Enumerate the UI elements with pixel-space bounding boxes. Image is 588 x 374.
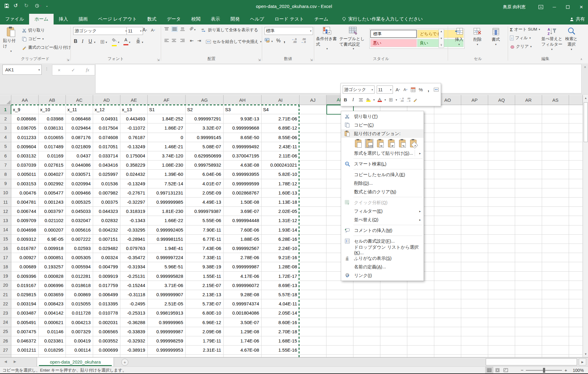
cell-AQ22[interactable] (488, 299, 515, 308)
cell-AE10[interactable]: -0.27671 (120, 188, 148, 198)
cell-AB2[interactable]: 0.03988 (39, 114, 66, 123)
cell-AJ7[interactable] (300, 161, 326, 170)
cell-AS2[interactable] (542, 114, 569, 123)
cell-AE12[interactable]: 0.318319 (120, 207, 148, 216)
cell-AB13[interactable]: 0.021102 (39, 216, 66, 225)
find-select-button[interactable]: 検索と 選択▾ (563, 27, 580, 51)
cell-AA19[interactable]: 0.009396 (11, 272, 39, 281)
cell-AR14[interactable] (515, 225, 542, 235)
increase-indent-button[interactable]: ⇥ (197, 38, 201, 43)
wrap-text-button[interactable]: ab 折り返して全体を表示する (202, 27, 258, 33)
row-header-9[interactable]: 9 (0, 179, 11, 188)
font-dialog-launcher[interactable]: ⇲ (157, 58, 160, 62)
scroll-right-icon[interactable]: ▶ (579, 358, 586, 365)
cell-AH10[interactable]: 0.002868767 (224, 188, 262, 198)
cell-AQ24[interactable] (488, 318, 515, 327)
cell-AO16[interactable] (434, 244, 461, 253)
cell-AC2[interactable]: 0.066468 (66, 114, 93, 123)
cell-AP7[interactable] (461, 161, 488, 170)
cell-AN23[interactable] (407, 308, 434, 318)
row-header-4[interactable]: 4 (0, 133, 11, 142)
row-header-20[interactable]: 20 (0, 281, 11, 290)
cell-AJ15[interactable] (300, 235, 326, 244)
cell-AQ2[interactable] (488, 114, 515, 123)
cell-AI19[interactable]: 1.72E-17 (262, 272, 300, 281)
cell-AH14[interactable]: 7.60E-06 (224, 225, 262, 235)
column-header-clipped[interactable] (569, 95, 583, 105)
column-header-AP[interactable]: AP (461, 95, 488, 105)
decrease-decimal-button[interactable]: .00→.0 (301, 38, 306, 43)
decrease-indent-button[interactable]: ⇤ (190, 38, 194, 43)
cell-AO28[interactable] (434, 355, 461, 357)
row-header-23[interactable]: 23 (0, 308, 11, 318)
cell-AE23[interactable]: -0.25313 (120, 308, 148, 318)
mini-borders-button[interactable]: ⊞ (388, 96, 394, 104)
cell-AQ3[interactable] (488, 123, 515, 133)
cell-x7[interactable] (569, 161, 583, 170)
cell-AS22[interactable] (542, 299, 569, 308)
orientation-button[interactable]: ab (188, 25, 194, 31)
column-header-AA[interactable]: AA (11, 95, 39, 105)
cell-AQ14[interactable] (488, 225, 515, 235)
cell-AJ4[interactable] (300, 133, 326, 142)
tab-描画[interactable]: 描画 (73, 14, 93, 25)
cell-AA15[interactable]: 0.009312 (11, 235, 39, 244)
cell-AJ16[interactable] (300, 244, 326, 253)
cell-AD18[interactable]: 0.004799 (93, 262, 120, 271)
cell-AD1[interactable]: x_12 (93, 105, 120, 114)
cell-AO17[interactable] (434, 253, 461, 262)
cell-AP2[interactable] (461, 114, 488, 123)
cell-AB27[interactable]: 0.018295 (39, 346, 66, 355)
cell-AD5[interactable]: 0.017051 (93, 142, 120, 151)
cell-AO18[interactable] (434, 262, 461, 271)
cell-AF16[interactable]: 1.94E-41 (148, 244, 186, 253)
cell-AS28[interactable] (542, 355, 569, 357)
cell-AR4[interactable] (515, 133, 542, 142)
cell-AO12[interactable] (434, 207, 461, 216)
cell-AL25[interactable] (353, 327, 380, 336)
cell-AA4[interactable]: 0.011233 (11, 133, 39, 142)
scroll-up-icon[interactable]: ▲ (583, 95, 588, 101)
cell-AS6[interactable] (542, 151, 569, 161)
cell-AB16[interactable]: 0.009918 (39, 244, 66, 253)
bold-button[interactable]: B (74, 39, 77, 44)
cell-AF11[interactable]: 0.999999985 (148, 198, 186, 207)
cell-AA3[interactable]: 0.036705 (11, 123, 39, 133)
cell-AH26[interactable]: 1.74E-06 (224, 336, 262, 346)
mini-borders-dropdown[interactable]: ▾ (396, 98, 397, 101)
cell-AA7[interactable]: 0.037039 (11, 161, 39, 170)
cell-AI14[interactable]: 1.93E-14 (262, 225, 300, 235)
cell-AP28[interactable] (461, 355, 488, 357)
mini-font-size-combo[interactable]: 11▾ (377, 85, 393, 94)
cell-AO20[interactable] (434, 281, 461, 290)
cell-AA28[interactable]: 0.003231 (11, 355, 39, 357)
cell-AF24[interactable]: 0.99999965 (148, 318, 186, 327)
cell-AJ21[interactable] (300, 290, 326, 299)
name-box[interactable]: AK1▾ (2, 65, 42, 75)
cell-AQ19[interactable] (488, 272, 515, 281)
normal-view-button[interactable] (485, 367, 493, 374)
cell-AC3[interactable]: 0.029464 (66, 123, 93, 133)
cell-AN27[interactable] (407, 346, 434, 355)
cell-AI6[interactable]: 2.11E-06 (262, 151, 300, 161)
cell-AO5[interactable] (434, 142, 461, 151)
cell-AA8[interactable]: 0.005011 (11, 170, 39, 179)
cell-AG26[interactable]: 1.79E-11 (186, 336, 224, 346)
tab-チーム[interactable]: チーム (309, 14, 334, 25)
cell-AD19[interactable]: 0.009919 (93, 272, 120, 281)
cell-AB8[interactable]: 0.004027 (39, 170, 66, 179)
font-color-dropdown[interactable]: ▾ (129, 41, 130, 44)
column-header-AJ[interactable]: AJ (300, 95, 326, 105)
row-header-7[interactable]: 7 (0, 161, 11, 170)
cell-AR26[interactable] (515, 336, 542, 346)
cell-style-normal[interactable]: 標準 (370, 30, 417, 38)
cell-AB17[interactable]: 0.000851 (39, 253, 66, 262)
cell-AG8[interactable]: 6.04E-06 (186, 170, 224, 179)
cell-AE3[interactable]: -0.11072 (120, 123, 148, 133)
zoom-level[interactable]: 100% (570, 368, 584, 373)
mini-font-color-button[interactable]: A (377, 96, 383, 104)
font-size-combo[interactable]: 11▾ (126, 27, 143, 35)
cell-AS4[interactable] (542, 133, 569, 142)
cell-AG9[interactable]: 4.01E-07 (186, 179, 224, 188)
cell-AP6[interactable] (461, 151, 488, 161)
